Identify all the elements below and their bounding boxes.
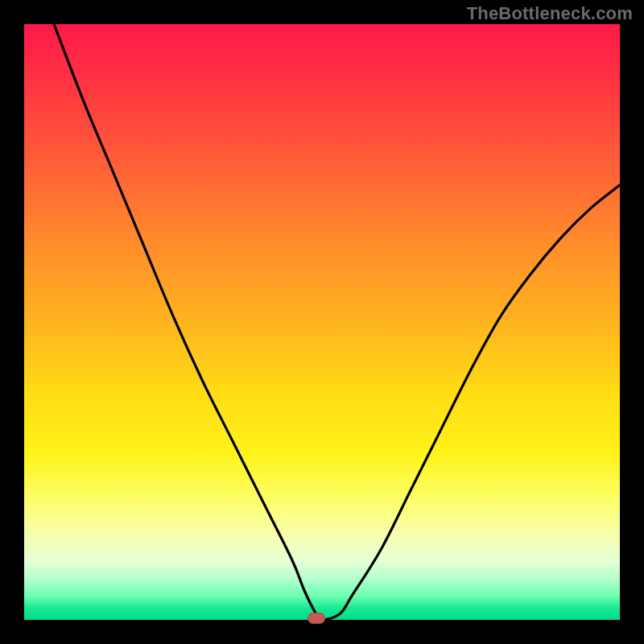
bottleneck-curve-path bbox=[54, 24, 620, 620]
plot-area bbox=[24, 24, 620, 620]
curve-svg bbox=[24, 24, 620, 620]
optimum-marker bbox=[308, 613, 325, 624]
chart-frame: TheBottleneck.com bbox=[0, 0, 644, 644]
watermark-text: TheBottleneck.com bbox=[467, 3, 633, 24]
